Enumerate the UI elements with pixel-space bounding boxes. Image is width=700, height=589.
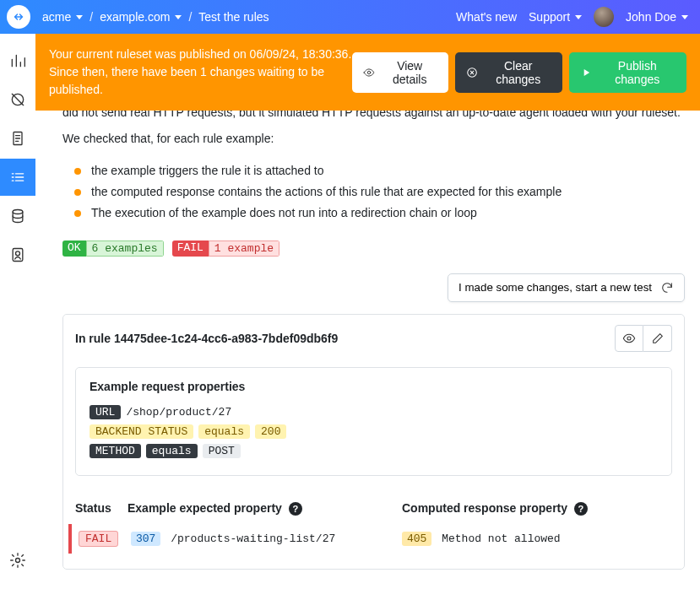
clear-changes-button[interactable]: Clear changes — [455, 52, 563, 93]
new-test-wrap: I made some changes, start a new test — [62, 273, 685, 302]
rule-title-prefix: In rule — [75, 332, 114, 345]
crumb-separator: / — [90, 10, 93, 24]
prop-url-row: URL /shop/product/27 — [90, 405, 658, 419]
clear-changes-label: Clear changes — [485, 59, 551, 86]
edit-icon — [651, 332, 665, 345]
fail-count: 1 example — [209, 240, 279, 257]
help-icon[interactable]: ? — [289, 502, 302, 516]
sidebar-item-analytics[interactable] — [0, 42, 35, 79]
sidebar-item-rules[interactable] — [0, 159, 35, 196]
col-expected-label: Example expected property — [128, 501, 282, 515]
crumb-org-label: acme — [42, 10, 71, 24]
sidebar-item-targets[interactable] — [0, 81, 35, 118]
summary-pills: OK 6 examples FAIL 1 example — [62, 240, 685, 257]
fail-label: FAIL — [172, 240, 209, 257]
backend-value: 200 — [255, 424, 286, 439]
sidebar-item-users[interactable] — [0, 236, 35, 273]
start-new-test-button[interactable]: I made some changes, start a new test — [448, 273, 685, 302]
prop-backend-row: BACKEND STATUS equals 200 — [90, 424, 658, 439]
edit-rule-button[interactable] — [643, 325, 672, 352]
support-menu[interactable]: Support — [529, 10, 582, 24]
ok-count: 6 examples — [86, 240, 164, 257]
sidebar-item-database[interactable] — [0, 197, 35, 235]
bullet-text: the example triggers the rule it is atta… — [91, 162, 323, 180]
method-op: equals — [146, 444, 198, 458]
sidebar-item-settings[interactable] — [0, 542, 35, 579]
backend-status-label: BACKEND STATUS — [90, 424, 193, 439]
banner-actions: View details Clear changes Publish chang… — [352, 52, 686, 93]
bullet-dot-icon — [74, 210, 81, 217]
method-value: POST — [203, 444, 241, 458]
cell-computed: 405 Method not allowed — [402, 532, 672, 545]
start-new-test-label: I made some changes, start a new test — [459, 281, 652, 294]
view-details-label: View details — [382, 59, 437, 86]
computed-status-code: 405 — [402, 532, 431, 546]
col-expected-header: Example expected property ? — [128, 501, 402, 516]
caret-down-icon — [575, 15, 582, 19]
props-title: Example request properties — [90, 380, 658, 393]
topbar: acme / example.com / Test the rules What… — [0, 0, 700, 34]
svg-point-8 — [627, 337, 631, 340]
crumb-domain-label: example.com — [100, 10, 170, 24]
svg-point-2 — [13, 210, 23, 214]
crumb-domain[interactable]: example.com — [100, 10, 182, 24]
svg-point-6 — [368, 71, 372, 74]
view-rule-button[interactable] — [615, 325, 643, 352]
document-icon — [9, 130, 26, 147]
intro-bullets: the example triggers the rule it is atta… — [62, 160, 685, 224]
ok-pill: OK 6 examples — [62, 240, 164, 257]
database-icon — [9, 208, 26, 224]
publish-changes-label: Publish changes — [600, 59, 676, 86]
svg-rect-3 — [13, 249, 23, 262]
url-value: /shop/product/27 — [126, 406, 231, 419]
caret-down-icon — [681, 15, 688, 19]
publish-changes-button[interactable]: Publish changes — [569, 52, 686, 93]
rule-title: In rule 14475dee-1c24-4cc6-a983-7bdef09d… — [75, 332, 338, 345]
rule-header-actions — [615, 325, 672, 352]
col-status-header: Status — [75, 501, 128, 516]
computed-message: Method not allowed — [442, 532, 560, 545]
crumb-page-label: Test the rules — [198, 10, 269, 24]
rule-id: 14475dee-1c24-4cc6-a983-7bdef09db6f9 — [114, 332, 338, 345]
avatar[interactable] — [594, 7, 614, 27]
result-table: Status Example expected property ? Compu… — [63, 488, 684, 569]
rule-card: In rule 14475dee-1c24-4cc6-a983-7bdef09d… — [62, 314, 685, 570]
bullet-dot-icon — [74, 168, 81, 175]
play-icon — [580, 66, 592, 79]
breadcrumb: acme / example.com / Test the rules — [42, 10, 269, 24]
gear-icon — [9, 552, 26, 569]
bullet-item: the example triggers the rule it is atta… — [62, 160, 685, 181]
sidebar — [0, 34, 35, 589]
bullet-item: The execution of the example does not ru… — [62, 203, 685, 224]
crumb-page: Test the rules — [198, 10, 269, 24]
col-computed-label: Computed response property — [402, 501, 567, 515]
crumb-org[interactable]: acme — [42, 10, 83, 24]
user-name: John Doe — [626, 10, 676, 24]
list-icon — [9, 169, 26, 186]
svg-point-5 — [16, 559, 20, 563]
app-logo[interactable] — [7, 5, 30, 29]
result-header-row: Status Example expected property ? Compu… — [75, 494, 672, 524]
ok-label: OK — [62, 240, 86, 257]
backend-op: equals — [198, 424, 250, 439]
bullet-dot-icon — [74, 189, 81, 196]
eye-icon — [622, 332, 636, 345]
help-icon[interactable]: ? — [574, 502, 588, 516]
banner-line1: Your current ruleset was published on 06… — [49, 46, 352, 63]
sidebar-item-docs[interactable] — [0, 120, 35, 157]
banner-text: Your current ruleset was published on 06… — [49, 46, 352, 99]
main-content: We have tested all the examples that are… — [35, 94, 700, 589]
support-label: Support — [529, 10, 570, 24]
result-row: FAIL 307 /products-waiting-list/27 405 M… — [68, 524, 672, 554]
url-label: URL — [90, 405, 121, 419]
whats-new-link[interactable]: What's new — [456, 10, 517, 24]
bullet-text: The execution of the example does not ru… — [91, 204, 477, 222]
target-icon — [9, 91, 26, 108]
view-details-button[interactable]: View details — [352, 52, 448, 93]
cell-expected: 307 /products-waiting-list/27 — [131, 532, 402, 545]
fail-pill: FAIL 1 example — [172, 240, 279, 257]
method-label: METHOD — [90, 444, 141, 458]
col-computed-header: Computed response property ? — [402, 501, 672, 516]
user-menu[interactable]: John Doe — [626, 10, 688, 24]
close-circle-icon — [466, 66, 478, 79]
